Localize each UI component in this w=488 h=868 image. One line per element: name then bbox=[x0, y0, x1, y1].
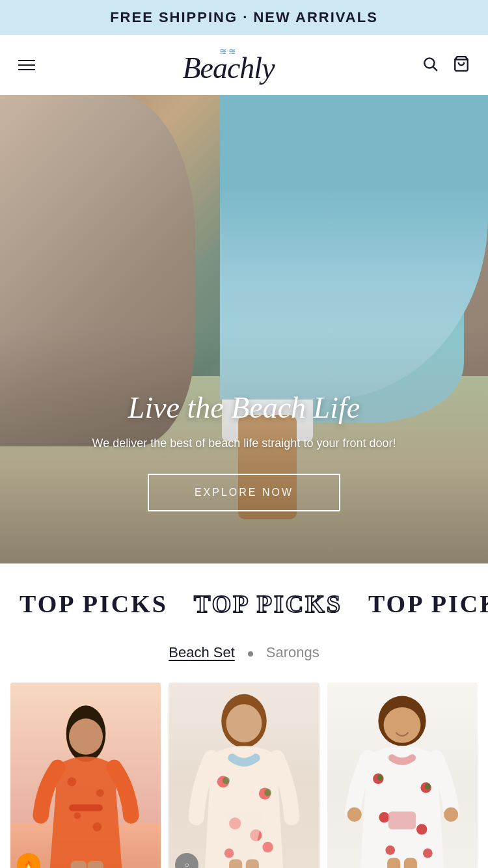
product-card-2[interactable]: ○ bbox=[169, 683, 319, 868]
svg-point-21 bbox=[262, 842, 273, 852]
svg-point-31 bbox=[416, 824, 427, 835]
svg-point-17 bbox=[264, 789, 271, 796]
svg-point-8 bbox=[67, 777, 76, 786]
svg-point-15 bbox=[223, 777, 230, 784]
search-button[interactable] bbox=[422, 55, 439, 75]
product-3-image bbox=[327, 683, 478, 868]
person-head bbox=[241, 181, 293, 239]
person-hat-brim bbox=[241, 172, 359, 189]
svg-line-1 bbox=[433, 67, 437, 71]
svg-point-10 bbox=[74, 812, 80, 819]
top-picks-label-1: TOP PICKS bbox=[20, 590, 168, 618]
header-icons bbox=[422, 55, 470, 75]
hero-cta-button[interactable]: EXPLORE NOW bbox=[148, 474, 340, 511]
svg-rect-5 bbox=[69, 804, 103, 811]
hero-section: Live the Beach Life We deliver the best … bbox=[0, 95, 488, 563]
svg-point-30 bbox=[379, 812, 390, 822]
svg-point-4 bbox=[69, 718, 103, 755]
svg-point-29 bbox=[425, 784, 431, 790]
svg-point-32 bbox=[386, 846, 396, 856]
product-2-image bbox=[169, 683, 319, 868]
top-banner: FREE SHIPPING · NEW ARRIVALS bbox=[0, 0, 488, 35]
hero-subtitle: We deliver the best of beach life straig… bbox=[0, 437, 488, 450]
svg-point-36 bbox=[444, 807, 458, 822]
svg-point-27 bbox=[377, 775, 383, 781]
product-card-3[interactable] bbox=[327, 683, 478, 868]
brand-name: Beachly bbox=[182, 53, 274, 83]
filter-tabs: Beach Set Sarongs bbox=[0, 631, 488, 683]
filter-dot bbox=[248, 651, 253, 657]
svg-rect-6 bbox=[70, 861, 86, 868]
svg-rect-38 bbox=[404, 858, 417, 868]
product-1-image bbox=[10, 683, 161, 868]
svg-point-11 bbox=[92, 822, 102, 832]
filter-tab-beach-set[interactable]: Beach Set bbox=[169, 644, 235, 663]
svg-point-33 bbox=[423, 848, 433, 858]
top-picks-label-2: TOP PICKS bbox=[194, 590, 342, 618]
svg-rect-37 bbox=[387, 858, 400, 868]
product-grid: 🔥 bbox=[0, 683, 488, 868]
top-picks-section: TOP PICKS TOP PICKS TOP PICKS bbox=[0, 563, 488, 631]
svg-point-9 bbox=[96, 789, 103, 797]
product-card-1[interactable]: 🔥 bbox=[10, 683, 161, 868]
svg-rect-22 bbox=[229, 860, 242, 868]
header: ≋≋ Beachly bbox=[0, 35, 488, 95]
svg-rect-7 bbox=[87, 861, 103, 868]
banner-text: FREE SHIPPING · NEW ARRIVALS bbox=[110, 9, 378, 25]
svg-point-13 bbox=[226, 705, 262, 743]
svg-point-20 bbox=[224, 848, 234, 858]
menu-button[interactable] bbox=[18, 60, 35, 70]
brand-logo[interactable]: ≋≋ Beachly bbox=[182, 47, 274, 83]
person-hair bbox=[241, 207, 293, 324]
svg-point-25 bbox=[384, 707, 421, 743]
svg-rect-23 bbox=[246, 860, 259, 868]
top-picks-label-3: TOP PICKS bbox=[368, 590, 488, 618]
filter-tab-sarongs[interactable]: Sarongs bbox=[266, 644, 319, 663]
hero-content: Live the Beach Life We deliver the best … bbox=[0, 390, 488, 511]
hero-title: Live the Beach Life bbox=[0, 390, 488, 425]
svg-point-35 bbox=[347, 807, 362, 822]
cart-button[interactable] bbox=[453, 55, 470, 75]
svg-point-0 bbox=[424, 58, 434, 68]
top-picks-row: TOP PICKS TOP PICKS TOP PICKS bbox=[0, 590, 488, 618]
person-hat bbox=[254, 163, 346, 198]
svg-rect-34 bbox=[388, 812, 416, 830]
